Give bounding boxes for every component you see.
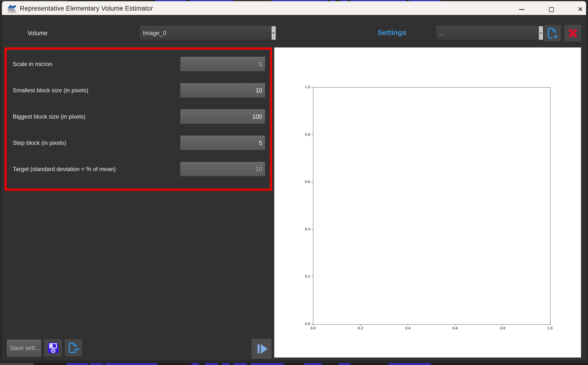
- y-tick-label: 0.0: [296, 322, 310, 326]
- y-tick: [311, 229, 313, 230]
- field-label: Scale in micron: [13, 61, 52, 67]
- y-tick-label: 0.8: [296, 133, 310, 136]
- maximize-icon: [549, 7, 554, 12]
- settings-dropdown-value: ...: [439, 26, 444, 40]
- field-label: Biggest block size (in pixels): [13, 113, 85, 120]
- svg-text:Explorer: Explorer: [8, 11, 17, 13]
- x-tick-label: 0.2: [353, 326, 368, 330]
- background-window-bottom-strip: [0, 363, 588, 365]
- field-label: Target (standard deviation < % of mean): [13, 166, 116, 173]
- x-tick: [360, 324, 361, 326]
- new-settings-button[interactable]: [544, 25, 561, 42]
- x-tick-label: 0.8: [495, 326, 510, 330]
- y-tick: [311, 182, 313, 182]
- y-tick: [311, 277, 313, 277]
- save-to-disk-button[interactable]: [44, 339, 62, 357]
- x-tick-label: 1.0: [543, 326, 557, 330]
- smallest-block-size-field[interactable]: 10: [180, 83, 265, 98]
- export-settings-button[interactable]: [64, 339, 83, 357]
- y-tick-label: 0.2: [296, 274, 310, 278]
- save-settings-button[interactable]: Save sett...: [7, 340, 41, 356]
- plot-axes: [313, 87, 550, 324]
- window-title: Representative Elementary Volume Estimat…: [20, 5, 153, 12]
- y-tick: [311, 87, 313, 87]
- delete-settings-button[interactable]: [564, 25, 581, 42]
- floppy-disk-icon: [46, 341, 60, 355]
- title-bar[interactable]: PSX Explorer Representative Elementary V…: [2, 1, 586, 15]
- file-export-icon: [67, 341, 81, 355]
- biggest-block-size-field[interactable]: 100: [180, 109, 265, 124]
- field-label: Step block (in pixels): [13, 140, 66, 146]
- x-tick-label: 0.4: [401, 326, 415, 330]
- chevron-down-icon: [272, 33, 275, 34]
- minimize-icon: [519, 9, 525, 10]
- x-tick: [313, 324, 313, 326]
- y-tick: [311, 324, 313, 324]
- svg-text:PSX: PSX: [8, 7, 14, 11]
- y-tick-label: 0.6: [296, 180, 310, 183]
- settings-dropdown[interactable]: ...: [436, 26, 544, 41]
- step-block-field[interactable]: 5: [180, 135, 265, 150]
- x-tick-label: 0.0: [306, 326, 320, 330]
- field-label: Smallest block size (in pixels): [13, 87, 88, 94]
- y-tick: [311, 135, 313, 135]
- volume-dropdown-value: Image_0: [143, 26, 166, 40]
- scale-in-micron-field: 6: [180, 57, 265, 71]
- target-std-dev-field: 10: [180, 162, 265, 177]
- settings-label: Settings: [378, 28, 406, 37]
- volume-label: Volume: [28, 30, 48, 37]
- file-plus-icon: [545, 26, 559, 40]
- x-tick-label: 0.6: [448, 326, 462, 330]
- app-icon: PSX Explorer: [7, 3, 17, 14]
- step-forward-icon: [254, 341, 269, 356]
- x-tick: [550, 324, 550, 326]
- volume-dropdown[interactable]: Image_0: [140, 26, 277, 41]
- x-tick: [455, 324, 455, 326]
- chevron-down-icon: [540, 33, 542, 34]
- rev-estimator-window: PSX Explorer Representative Elementary V…: [0, 0, 588, 365]
- red-x-icon: [566, 26, 580, 40]
- close-button[interactable]: ✕: [575, 5, 585, 14]
- y-tick-label: 0.4: [296, 227, 310, 231]
- run-button[interactable]: [251, 338, 272, 359]
- y-tick-label: 1.0: [296, 85, 310, 89]
- x-tick: [503, 324, 503, 326]
- x-tick: [408, 324, 408, 326]
